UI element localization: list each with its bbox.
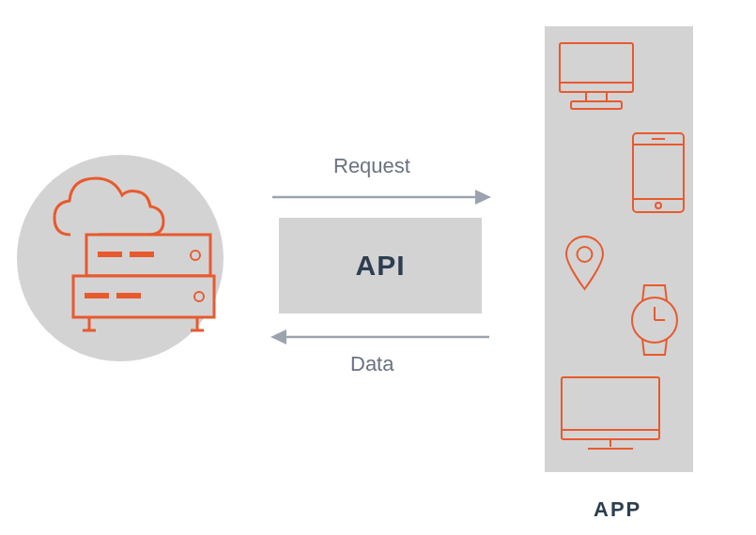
api-label: API [355,250,405,282]
location-pin-icon [563,235,606,291]
svg-rect-2 [130,252,154,257]
request-label: Request [333,154,410,178]
smartphone-icon [631,131,686,214]
svg-rect-6 [116,293,141,298]
svg-rect-18 [586,92,607,101]
svg-rect-19 [571,101,622,109]
svg-marker-15 [270,329,286,344]
data-arrow-icon [270,323,491,351]
app-label: APP [594,497,641,522]
svg-rect-1 [98,252,122,257]
svg-rect-16 [560,43,633,92]
smartwatch-icon [627,283,682,357]
svg-point-23 [656,203,661,208]
api-box: API [279,218,482,313]
request-arrow-icon [270,183,491,211]
desktop-computer-icon [558,41,635,112]
svg-rect-5 [85,293,109,298]
data-label: Data [350,352,393,376]
svg-point-25 [578,247,593,262]
svg-marker-13 [475,190,491,205]
tv-monitor-icon [560,375,661,452]
cloud-server-icon [28,169,216,357]
